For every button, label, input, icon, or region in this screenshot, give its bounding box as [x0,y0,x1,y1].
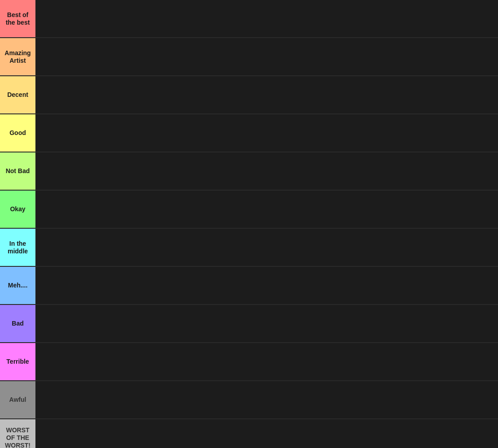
tier-content-middle[interactable] [35,229,498,266]
tier-content-worst[interactable] [35,419,498,448]
tier-row-notbad: Not Bad [0,152,498,191]
tier-label-good: Good [0,114,35,152]
tier-content-okay[interactable] [35,191,498,228]
tier-row-terrible: Terrible [0,343,498,381]
tier-label-bad: Bad [0,305,35,342]
tier-list: Best of the bestAmazing ArtistDecentGood… [0,0,498,448]
tier-label-decent: Decent [0,76,35,113]
tier-row-awful: Awful [0,381,498,419]
tier-row-okay: Okay [0,191,498,229]
tier-row-decent: Decent [0,76,498,114]
tier-content-terrible[interactable] [35,343,498,380]
tier-content-notbad[interactable] [35,152,498,190]
tier-label-worst: WORST OF THE WORST! [0,419,35,448]
tier-label-best: Best of the best [0,0,35,37]
tier-row-best: Best of the best [0,0,498,38]
tier-label-terrible: Terrible [0,343,35,380]
tier-label-meh: Meh.... [0,267,35,304]
tier-content-bad[interactable] [35,305,498,342]
tier-content-meh[interactable] [35,267,498,304]
tier-row-amazing: Amazing Artist [0,38,498,76]
tier-label-middle: In the middle [0,229,35,266]
tier-content-good[interactable] [35,114,498,152]
tier-row-good: Good [0,114,498,152]
tier-row-middle: In the middle [0,229,498,267]
tier-row-worst: WORST OF THE WORST! [0,419,498,448]
tier-row-bad: Bad [0,305,498,343]
tier-label-okay: Okay [0,191,35,228]
tier-content-decent[interactable] [35,76,498,113]
tier-content-amazing[interactable] [35,38,498,75]
tier-content-best[interactable] [35,0,498,37]
tier-label-awful: Awful [0,381,35,418]
tier-label-amazing: Amazing Artist [0,38,35,75]
tier-label-notbad: Not Bad [0,152,35,190]
tier-row-meh: Meh.... [0,267,498,305]
tier-content-awful[interactable] [35,381,498,418]
